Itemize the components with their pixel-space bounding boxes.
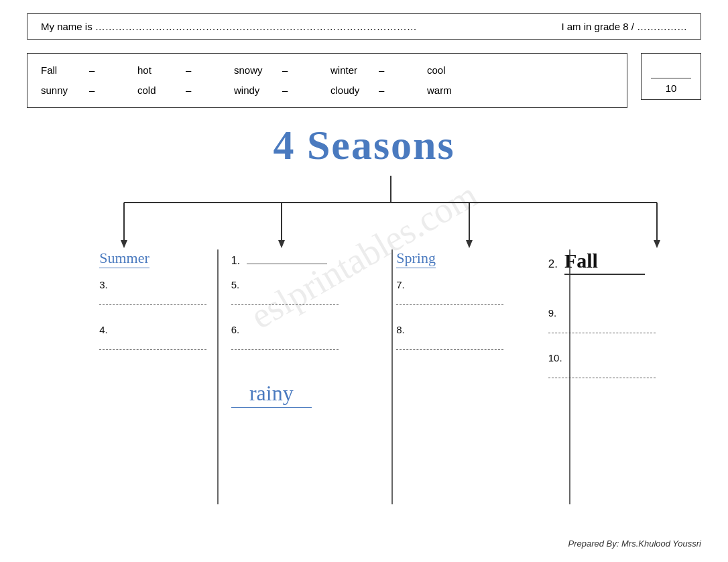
answer-num-7: 7. xyxy=(396,279,510,290)
score-line xyxy=(651,78,691,78)
answer-line-9 xyxy=(548,321,656,333)
answer-num-3: 3. xyxy=(99,279,193,290)
winter-prefix: 1. xyxy=(231,255,240,267)
header-box: My name is ……………………………………………………………………………… xyxy=(27,13,701,40)
wb-cloudy: cloudy xyxy=(330,80,371,101)
word-bank-row: Fall – hot – snowy – winter – cool sunny… xyxy=(27,53,701,108)
wb-snowy: snowy xyxy=(234,60,274,80)
wb-warm: warm xyxy=(427,80,467,101)
answer-group-4: 4. xyxy=(99,324,193,350)
answer-group-7: 7. xyxy=(396,279,510,305)
svg-marker-8 xyxy=(466,240,473,248)
answer-group-9: 9. xyxy=(548,307,669,333)
season-col-winter: 1. 5. 6. rainy xyxy=(218,249,352,408)
winter-heading-wrap: 1. xyxy=(231,249,327,267)
answer-line-8 xyxy=(396,338,503,350)
answer-group-8: 8. xyxy=(396,324,510,350)
answer-group-3: 3. xyxy=(99,279,193,305)
grade-label: I am in grade 8 / …………… xyxy=(561,21,687,32)
answer-group-6: 6. xyxy=(231,324,352,350)
word-bank-box: Fall – hot – snowy – winter – cool sunny… xyxy=(27,53,627,108)
score-number: 10 xyxy=(666,82,677,94)
answer-num-4: 4. xyxy=(99,324,193,335)
name-label: My name is ……………………………………………………………………………… xyxy=(41,21,417,32)
rainy-answer: rainy xyxy=(231,381,312,408)
summer-name: Summer xyxy=(99,249,149,268)
spring-name: Spring xyxy=(396,249,436,268)
answer-num-5: 5. xyxy=(231,279,352,290)
spring-heading-wrap: Spring xyxy=(396,249,436,267)
answer-num-9: 9. xyxy=(548,307,669,319)
answer-line-6 xyxy=(231,338,339,350)
answer-line-3 xyxy=(99,293,206,305)
fall-heading-wrap: 2. Fall xyxy=(548,249,645,295)
wb-hot: hot xyxy=(137,60,178,80)
season-col-spring: Spring 7. 8. xyxy=(376,249,510,408)
score-box: 10 xyxy=(641,53,701,100)
word-bank-row1: Fall – hot – snowy – winter – cool xyxy=(41,60,613,80)
footer-credit: Prepared By: Mrs.Khulood Youssri xyxy=(568,539,701,549)
fall-prefix: 2. xyxy=(548,258,558,271)
summer-heading-wrap: Summer xyxy=(99,249,149,267)
answer-group-5: 5. xyxy=(231,279,352,305)
answer-line-4 xyxy=(99,338,206,350)
tree-diagram: Summer 3. 4. 1. 5. xyxy=(27,176,701,524)
rainy-answer-wrap: rainy xyxy=(231,374,312,408)
svg-marker-7 xyxy=(278,240,285,248)
seasons-container: Summer 3. 4. 1. 5. xyxy=(27,249,701,408)
answer-num-10: 10. xyxy=(548,352,669,363)
fall-name: Fall xyxy=(564,249,645,275)
wb-sunny: sunny xyxy=(41,80,81,101)
answer-line-5 xyxy=(231,293,339,305)
word-bank-row2: sunny – cold – windy – cloudy – warm xyxy=(41,80,613,101)
season-col-summer: Summer 3. 4. xyxy=(59,249,193,408)
answer-num-8: 8. xyxy=(396,324,510,335)
answer-num-6: 6. xyxy=(231,324,352,335)
answer-group-10: 10. xyxy=(548,352,669,378)
wb-cool: cool xyxy=(427,60,467,80)
svg-marker-6 xyxy=(121,240,127,248)
page-title: 4 Seasons xyxy=(27,121,701,169)
winter-name-blank xyxy=(247,249,327,264)
answer-line-10 xyxy=(548,366,656,378)
wb-fall: Fall xyxy=(41,60,81,80)
season-col-fall: 2. Fall 9. 10. xyxy=(535,249,669,408)
svg-marker-9 xyxy=(654,240,660,248)
answer-line-7 xyxy=(396,293,503,305)
wb-cold: cold xyxy=(137,80,178,101)
wb-windy: windy xyxy=(234,80,274,101)
wb-winter: winter xyxy=(330,60,371,80)
